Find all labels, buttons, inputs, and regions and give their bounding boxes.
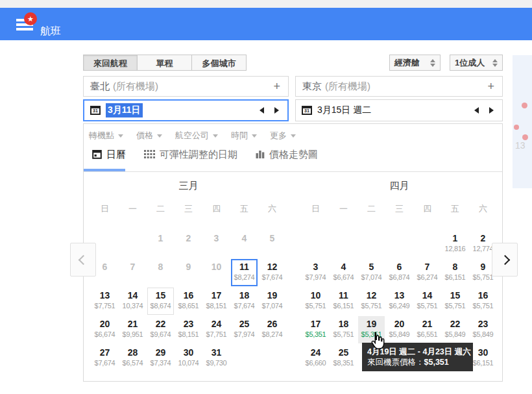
flexible-dates-grid-icon <box>144 149 155 160</box>
calendar-day-cell[interactable]: 1410,374 <box>119 288 147 316</box>
calendar-day-box: 16$8,651 <box>175 288 202 315</box>
filter-dropdown[interactable]: 更多 <box>270 130 296 142</box>
trip-type-tab[interactable]: 單程 <box>138 55 192 71</box>
calendar-day-cell[interactable]: 23$5,849 <box>469 316 497 345</box>
next-day-arrow-icon[interactable] <box>274 107 279 114</box>
origin-airport-field[interactable]: 臺北 (所有機場) + <box>83 76 289 97</box>
calendar-day-cell[interactable]: 17$5,351 <box>302 316 330 345</box>
calendar-day-box: 18$7,674 <box>231 288 258 315</box>
passengers-select[interactable]: 1位成人 <box>450 55 503 71</box>
day-price: $5,751 <box>415 301 440 311</box>
view-tab-item[interactable]: 可彈性調整的日期 <box>144 149 237 161</box>
calendar-day-cell[interactable]: 17$8,151 <box>202 288 230 316</box>
app-header-bar: ★ 航班 <box>0 8 532 40</box>
calendar-day-cell[interactable]: 25$7,974 <box>230 316 258 345</box>
calendar-day-cell[interactable]: 21$9,951 <box>119 316 147 345</box>
calendar-day-cell[interactable]: 12$7,674 <box>258 259 286 288</box>
calendar-day-cell[interactable]: 11$8,274 <box>230 259 258 288</box>
day-price: 10,074 <box>176 358 201 368</box>
calendar-day-cell[interactable]: 18$5,751 <box>330 316 357 345</box>
calendar-day-cell: 4 <box>230 230 258 259</box>
previous-day-arrow-icon[interactable] <box>474 107 479 114</box>
day-number: 11 <box>331 290 356 301</box>
next-months-button[interactable] <box>492 243 518 277</box>
departure-date-field[interactable]: 31 3月11日 <box>83 99 289 121</box>
calendar-day-cell[interactable]: 20$5,849 <box>385 316 413 345</box>
calendar-day-cell[interactable]: 23$8,151 <box>175 316 202 345</box>
day-price: $9,674 <box>148 330 173 339</box>
calendar-day-cell[interactable]: 10$5,751 <box>302 288 330 316</box>
calendar-day-box: 5 <box>259 230 285 258</box>
calendar-day-cell[interactable]: 5$7,074 <box>357 259 385 288</box>
calendar-day-cell[interactable]: 22$9,674 <box>147 316 175 345</box>
calendar-day-cell[interactable]: 21$6,551 <box>413 316 441 345</box>
view-tab-label: 價格走勢圖 <box>269 149 318 161</box>
calendar-day-cell[interactable]: 25$8,351 <box>330 345 357 373</box>
filter-dropdown[interactable]: 價格 <box>136 130 162 142</box>
calendar-day-cell[interactable]: 29$7,374 <box>147 345 175 373</box>
add-destination-airport-icon[interactable]: + <box>487 80 494 92</box>
calendar-day-cell[interactable]: 3010,074 <box>175 345 202 373</box>
day-number: 31 <box>204 347 229 358</box>
calendar-day-cell[interactable]: 20$6,674 <box>91 316 119 345</box>
filter-dropdown[interactable]: 時間 <box>231 130 257 142</box>
calendar-day-cell[interactable]: 4$6,674 <box>330 259 357 288</box>
price-graph-bars-icon <box>256 149 265 160</box>
day-of-week-label: 日 <box>302 203 330 215</box>
calendar-day-cell[interactable]: 18$7,674 <box>230 288 258 316</box>
filter-dropdown[interactable]: 轉機點 <box>89 130 123 142</box>
filter-dropdown[interactable]: 航空公司 <box>175 130 218 142</box>
add-origin-airport-icon[interactable]: + <box>273 80 280 92</box>
calendar-week-row: 27$7,67428$6,57429$7,3743010,07431$9,730 <box>91 345 286 373</box>
trip-type-tab[interactable]: 來回航程 <box>83 55 138 71</box>
day-number: 8 <box>442 262 468 273</box>
calendar-day-cell[interactable]: 112,816 <box>441 230 469 259</box>
day-number: 9 <box>176 262 201 273</box>
next-day-arrow-icon[interactable] <box>489 107 494 114</box>
calendar-day-cell[interactable]: 31$9,730 <box>202 345 230 373</box>
previous-day-arrow-icon[interactable] <box>260 107 264 114</box>
calendar-day-cell[interactable]: 16$8,651 <box>175 288 202 316</box>
calendar-day-cell[interactable]: 13$6,249 <box>385 288 413 316</box>
trip-type-tab[interactable]: 多個城市 <box>192 55 247 71</box>
calendar-day-cell[interactable]: 27$7,674 <box>91 345 119 373</box>
return-date-field[interactable]: 31 3月15日 週二 <box>295 99 503 121</box>
calendar-day-cell[interactable]: 15$8,674 <box>147 288 175 316</box>
view-tab-item[interactable]: 價格走勢圖 <box>256 149 318 161</box>
day-number: 6 <box>387 262 412 273</box>
day-of-week-label: 一 <box>119 203 147 215</box>
day-number: 20 <box>92 319 117 330</box>
calendar-day-cell[interactable]: 13$7,751 <box>91 288 119 316</box>
cabin-class-select[interactable]: 經濟艙 <box>389 55 441 71</box>
view-tab-selected[interactable]: 日曆 <box>92 149 126 161</box>
day-number: 17 <box>303 319 328 330</box>
calendar-day-cell[interactable]: 14$5,751 <box>413 288 441 316</box>
calendar-day-cell[interactable]: 19$7,074 <box>258 288 286 316</box>
filters-bar: 轉機點價格航空公司時間更多 <box>89 130 296 142</box>
calendar-day-cell[interactable]: 11$6,151 <box>330 288 357 316</box>
calendar-day-cell[interactable]: 24$7,751 <box>202 316 230 345</box>
calendar-day-box: 15$5,751 <box>442 288 468 315</box>
calendar-day-cell[interactable]: 28$6,574 <box>119 345 147 373</box>
chevron-right-icon <box>500 254 510 265</box>
calendar-day-cell[interactable]: 8$6,151 <box>441 259 469 288</box>
day-price: $7,374 <box>148 358 173 368</box>
previous-months-button[interactable] <box>70 243 96 277</box>
calendar-day-cell[interactable]: 3$7,974 <box>302 259 330 288</box>
calendar-day-cell[interactable]: 7$6,274 <box>413 259 441 288</box>
calendar-day-cell[interactable]: 26$8,274 <box>258 316 286 345</box>
destination-airport-field[interactable]: 東京 (所有機場) + <box>295 76 503 97</box>
day-number: 4 <box>331 262 356 273</box>
calendar-week-row: 67891011$8,27412$7,674 <box>91 259 286 288</box>
calendar-month-march: 三月日一二三四五六1234567891011$8,27412$7,67413$7… <box>91 176 286 373</box>
calendar-day-cell[interactable]: 22$5,849 <box>441 316 469 345</box>
calendar-day-cell[interactable]: 15$5,751 <box>441 288 469 316</box>
calendar-day-cell[interactable]: 6$6,874 <box>385 259 413 288</box>
calendar-icon: 31 <box>90 106 101 115</box>
calendar-day-cell[interactable]: 24$6,660 <box>302 345 330 373</box>
calendar-day-cell[interactable]: 12$5,751 <box>357 288 385 316</box>
calendar-day-cell[interactable]: 30$6,151 <box>469 345 497 373</box>
calendar-day-cell[interactable]: 16$5,751 <box>469 288 497 316</box>
calendar-day-box <box>386 230 413 258</box>
day-number: 7 <box>415 262 440 273</box>
